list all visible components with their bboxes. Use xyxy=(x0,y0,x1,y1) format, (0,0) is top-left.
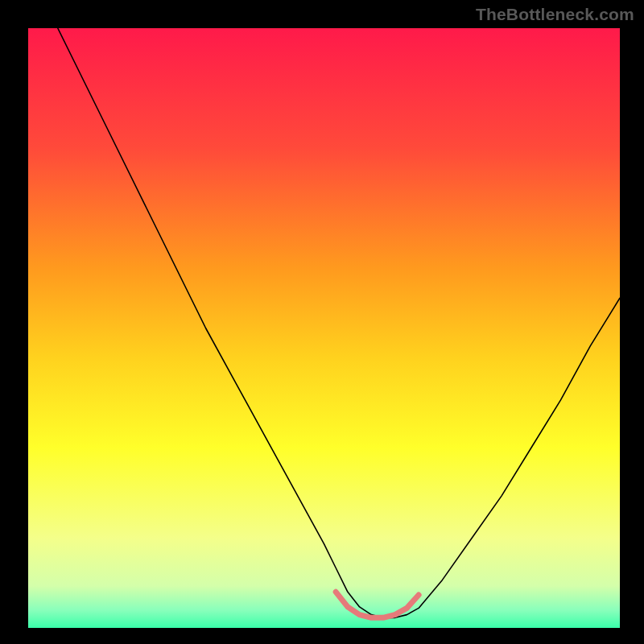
chart-plot-area xyxy=(28,28,620,628)
chart-frame: TheBottleneck.com xyxy=(0,0,644,644)
watermark-text: TheBottleneck.com xyxy=(476,5,634,24)
chart-background xyxy=(28,28,620,628)
chart-svg xyxy=(28,28,620,628)
